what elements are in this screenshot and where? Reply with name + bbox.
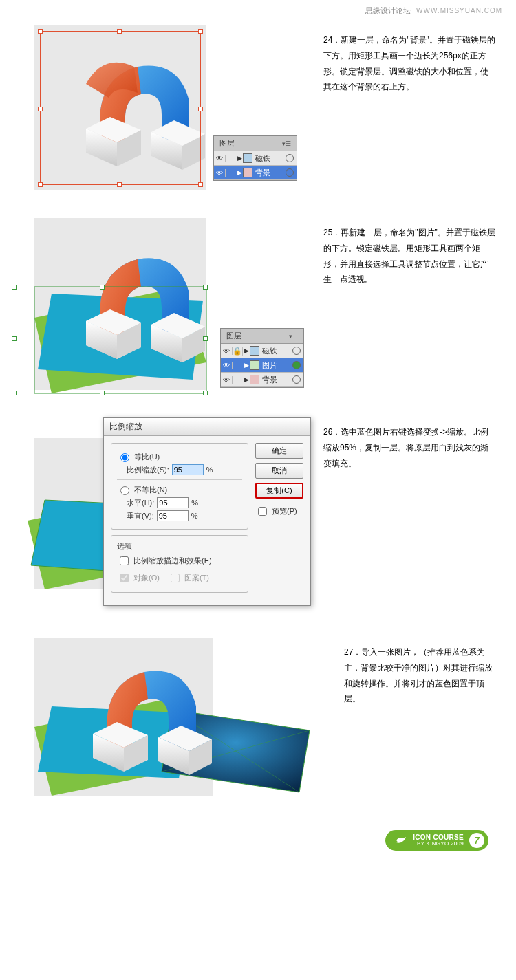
page-number: 7	[469, 833, 484, 848]
nonuniform-radio[interactable]: 不等比(N)	[117, 484, 242, 495]
layers-tab-label[interactable]: 图层	[226, 331, 241, 341]
copy-button[interactable]: 复制(C)	[255, 483, 303, 499]
uniform-radio[interactable]: 等比(U)	[117, 451, 242, 462]
selection-box	[40, 31, 201, 185]
pics-and-magnet	[14, 218, 227, 397]
step-25: 图层▾☰ 👁🔒▶磁铁 👁▶图片 👁▶背景 25．再新建一层，命名为"图片"。并置…	[0, 211, 516, 411]
patterns-check: 图案(T)	[168, 571, 209, 585]
panel-menu-icon[interactable]: ▾☰	[282, 140, 291, 147]
canvas-step24	[34, 25, 206, 190]
visibility-icon[interactable]: 👁	[214, 155, 226, 162]
panel-menu-icon[interactable]: ▾☰	[289, 333, 298, 340]
v-input[interactable]	[157, 510, 189, 521]
scale-dialog[interactable]: 比例缩放 等比(U) 比例缩放(S): % 不等比(N) 水平(H): % 垂直…	[103, 417, 311, 606]
site-name-cn: 思缘设计论坛	[365, 6, 411, 14]
step-26: 比例缩放 等比(U) 比例缩放(S): % 不等比(N) 水平(H): % 垂直…	[0, 411, 516, 631]
h-input[interactable]	[157, 497, 189, 508]
scale-field: 比例缩放(S): %	[117, 464, 242, 475]
objects-check: 对象(O)	[117, 571, 160, 585]
preview-check[interactable]: 预览(P)	[255, 505, 303, 518]
step-number: 27．	[344, 647, 361, 657]
layer-row-magnet[interactable]: 👁▶磁铁	[214, 151, 297, 166]
pics-and-magnet-27	[28, 638, 316, 803]
visibility-icon[interactable]: 👁	[214, 169, 226, 177]
badge-sub: BY KINGYO 2009	[413, 841, 464, 847]
step-number: 25．	[323, 228, 341, 237]
options-label: 选项	[117, 541, 242, 552]
step-27: 27．导入一张图片，（推荐用蓝色系为主，背景比较干净的图片）对其进行缩放和旋转操…	[0, 631, 516, 816]
step-text: 选中蓝色图片右键选择变换->缩放。比例缩放95%，复制一层。将原层用白到浅灰的渐…	[323, 427, 488, 468]
canvas-step27	[34, 638, 213, 796]
layers-panel[interactable]: 图层▾☰ 👁▶磁铁 👁▶背景	[213, 135, 297, 181]
step-text: 再新建一层，命名为"图片"。并置于磁铁层的下方。锁定磁铁层。用矩形工具画两个矩形…	[323, 228, 495, 284]
step-text: 导入一张图片，（推荐用蓝色系为主，背景比较干净的图片）对其进行缩放和旋转操作。并…	[344, 647, 493, 704]
step-text: 新建一层，命名为"背景"。并置于磁铁层的下方。用矩形工具画一个边长为256px的…	[323, 35, 495, 91]
step-24: 图层▾☰ 👁▶磁铁 👁▶背景 24．新建一层，命名为"背景"。并置于磁铁层的下方…	[0, 19, 516, 211]
ok-button[interactable]: 确定	[255, 443, 303, 459]
scale-input[interactable]	[172, 464, 204, 475]
cancel-button[interactable]: 取消	[255, 463, 303, 479]
course-badge: ICON COURSEBY KINGYO 2009 7	[385, 830, 488, 851]
layer-row-background[interactable]: 👁▶背景	[214, 166, 297, 180]
bird-icon	[395, 836, 407, 845]
stroke-fx-check[interactable]: 比例缩放描边和效果(E)	[117, 554, 242, 567]
page-header: 思缘设计论坛 WWW.MISSYUAN.COM	[0, 0, 516, 19]
canvas-step25	[34, 218, 206, 390]
layer-row[interactable]: 👁🔒▶磁铁	[221, 344, 303, 358]
layer-row[interactable]: 👁▶图片	[221, 358, 303, 373]
layers-panel-25[interactable]: 图层▾☰ 👁🔒▶磁铁 👁▶图片 👁▶背景	[220, 328, 304, 388]
step-number: 26．	[323, 427, 341, 437]
page-footer: ICON COURSEBY KINGYO 2009 7	[0, 816, 516, 864]
layers-tab-label[interactable]: 图层	[219, 138, 235, 149]
step-number: 24．	[323, 35, 341, 45]
layer-row[interactable]: 👁▶背景	[221, 373, 303, 387]
dialog-title: 比例缩放	[104, 418, 310, 436]
site-name-en: WWW.MISSYUAN.COM	[416, 7, 502, 14]
